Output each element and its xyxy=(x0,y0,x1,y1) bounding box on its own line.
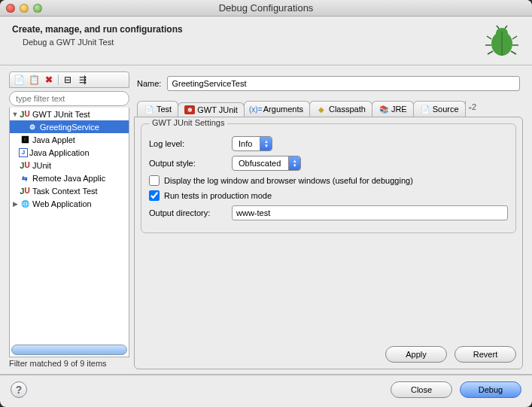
display-log-checkbox[interactable] xyxy=(149,175,160,186)
select-arrows-icon: ▲▼ xyxy=(260,137,272,150)
header: Create, manage, and run configurations D… xyxy=(0,17,532,65)
tree-label: GreetingService xyxy=(40,123,99,132)
tree-label: Task Context Test xyxy=(32,187,98,196)
tab-panel: GWT JUnit Settings Log level: Info ▲▼ Ou… xyxy=(134,117,523,369)
output-dir-label: Output directory: xyxy=(149,208,232,217)
config-toolbar: 📄 📋 ✖ ⊟ ⇶ xyxy=(9,71,129,88)
tree-label: Java Application xyxy=(29,148,90,157)
bug-icon xyxy=(484,24,520,60)
group-legend: GWT JUnit Settings xyxy=(149,118,227,127)
collapse-all-icon[interactable]: ⊟ xyxy=(62,74,74,86)
tree-item-java-applet[interactable]: 🅰 Java Applet xyxy=(10,133,129,146)
left-panel: 📄 📋 ✖ ⊟ ⇶ ▼JU GWT JUnit Test ⚙ GreetingS… xyxy=(9,71,129,369)
production-mode-checkbox[interactable] xyxy=(149,190,160,201)
tree-item-web-application[interactable]: ▶🌐 Web Application xyxy=(10,197,129,210)
tree-label: JUnit xyxy=(32,161,51,170)
tab-overflow[interactable]: »2 xyxy=(465,101,479,113)
tab-source[interactable]: 📄Source xyxy=(413,101,466,117)
tree-label: Remote Java Applic xyxy=(32,174,105,183)
tree-label: GWT JUnit Test xyxy=(32,110,90,119)
log-level-select[interactable]: Info ▲▼ xyxy=(232,136,272,151)
horizontal-scrollbar[interactable] xyxy=(11,345,127,355)
titlebar: Debug Configurations xyxy=(0,0,532,17)
config-tree[interactable]: ▼JU GWT JUnit Test ⚙ GreetingService 🅰 J… xyxy=(9,108,129,357)
help-button[interactable]: ? xyxy=(11,381,27,398)
duplicate-config-icon[interactable]: 📋 xyxy=(28,74,40,86)
production-mode-label: Run tests in production mode xyxy=(164,191,272,200)
footer: ? Close Debug xyxy=(0,375,532,407)
tree-label: Java Applet xyxy=(32,135,75,144)
tab-gwt-junit[interactable]: ✽GWT JUnit xyxy=(178,102,245,117)
new-config-icon[interactable]: 📄 xyxy=(13,74,25,86)
tree-item-gwt-junit[interactable]: ▼JU GWT JUnit Test xyxy=(10,108,129,120)
header-title: Create, manage, and run configurations xyxy=(12,24,484,35)
display-log-label: Display the log window and browser windo… xyxy=(164,176,413,185)
close-button[interactable]: Close xyxy=(391,381,452,398)
filter-input[interactable] xyxy=(9,91,129,106)
output-style-label: Output style: xyxy=(149,159,232,168)
revert-button[interactable]: Revert xyxy=(454,346,516,363)
right-panel: Name: 📄Test ✽GWT JUnit (x)=Arguments ◆Cl… xyxy=(134,71,523,369)
gwt-junit-settings-group: GWT JUnit Settings Log level: Info ▲▼ Ou… xyxy=(141,123,516,233)
tab-bar: 📄Test ✽GWT JUnit (x)=Arguments ◆Classpat… xyxy=(134,97,523,117)
name-input[interactable] xyxy=(167,76,520,91)
delete-config-icon[interactable]: ✖ xyxy=(43,74,55,86)
log-level-label: Log level: xyxy=(149,139,232,148)
tab-test[interactable]: 📄Test xyxy=(137,101,178,117)
apply-button[interactable]: Apply xyxy=(385,346,447,363)
tree-item-java-application[interactable]: J Java Application xyxy=(10,146,129,159)
tab-arguments[interactable]: (x)=Arguments xyxy=(244,101,310,117)
select-arrows-icon: ▲▼ xyxy=(288,156,300,170)
debug-button[interactable]: Debug xyxy=(460,381,521,398)
tree-item-remote-java[interactable]: ⇆ Remote Java Applic xyxy=(10,172,129,184)
tree-label: Web Application xyxy=(32,199,92,208)
tree-item-junit[interactable]: JU JUnit xyxy=(10,159,129,172)
tree-item-greeting-service[interactable]: ⚙ GreetingService xyxy=(10,120,129,133)
tab-classpath[interactable]: ◆Classpath xyxy=(309,101,372,117)
window-title: Debug Configurations xyxy=(0,2,532,14)
name-label: Name: xyxy=(137,79,161,88)
tab-jre[interactable]: 📚JRE xyxy=(372,101,414,117)
filter-status: Filter matched 9 of 9 items xyxy=(9,357,129,369)
tree-item-task-context[interactable]: JU Task Context Test xyxy=(10,184,129,197)
output-dir-input[interactable] xyxy=(232,205,508,220)
output-style-select[interactable]: Obfuscated ▲▼ xyxy=(232,156,301,171)
header-subtitle: Debug a GWT JUnit Test xyxy=(23,38,484,47)
dialog-window: Debug Configurations Create, manage, and… xyxy=(0,0,532,407)
filter-icon[interactable]: ⇶ xyxy=(77,74,89,86)
